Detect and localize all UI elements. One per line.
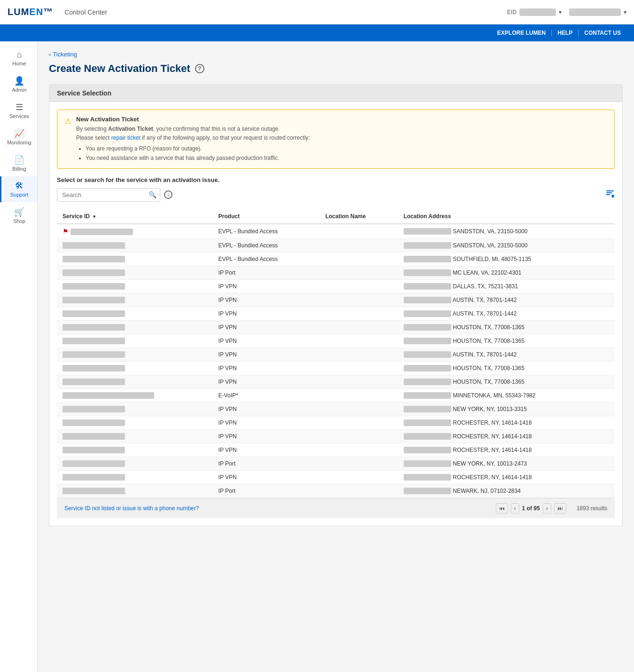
repair-ticket-link[interactable]: repair ticket	[111, 134, 141, 141]
service-id-link[interactable]: ████████████████	[63, 474, 125, 481]
cell-product: EVPL - Bundled Access	[213, 252, 320, 266]
service-id-link[interactable]: ████████████████	[63, 460, 125, 467]
search-button[interactable]: 🔍	[149, 191, 157, 198]
address-blurred: ████████████	[404, 488, 452, 494]
address-blurred: ████████████	[404, 392, 452, 399]
eid-chevron-icon[interactable]: ▾	[559, 9, 562, 16]
filter-columns-icon[interactable]	[605, 189, 615, 201]
first-page-button[interactable]: ⏮	[496, 503, 508, 514]
account-chevron-icon[interactable]: ▾	[624, 9, 626, 16]
logo: LUMEN™	[8, 7, 53, 17]
breadcrumb[interactable]: ‹ Ticketing	[49, 51, 623, 58]
service-id-link[interactable]: ████████████████	[63, 310, 125, 317]
search-info-icon[interactable]: i	[164, 190, 172, 199]
cell-service-id: ████████████████	[57, 279, 213, 293]
cell-location-name	[320, 416, 398, 429]
service-id-value: ████████████████	[63, 460, 125, 467]
service-id-link[interactable]: ████████████████	[70, 229, 133, 235]
sidebar-item-monitoring[interactable]: 📈 Monitoring	[0, 124, 37, 150]
service-selection-card: Service Selection ⚠ New Activation Ticke…	[49, 84, 623, 526]
service-id-link[interactable]: ████████████████	[63, 406, 125, 412]
help-link[interactable]: HELP	[552, 30, 579, 36]
service-id-value: ████████████████	[63, 365, 125, 372]
service-id-link[interactable]: ████████████████	[63, 365, 125, 372]
cell-location-address: ████████████ HOUSTON, TX, 77008-1365	[398, 361, 615, 375]
help-icon[interactable]: ?	[195, 64, 204, 73]
service-id-value: ████████████████	[63, 447, 125, 453]
sidebar: ⌂ Home 👤 Admin ☰ Services 📈 Monitoring 📄…	[0, 41, 38, 672]
service-id-link[interactable]: ████████████████	[63, 256, 125, 262]
search-input[interactable]	[57, 188, 160, 202]
home-icon: ⌂	[17, 50, 22, 60]
cell-product: IP VPN	[213, 429, 320, 443]
alert-title: New Activation Ticket	[76, 116, 310, 123]
service-id-link[interactable]: ████████████████	[63, 242, 125, 249]
sidebar-item-label-shop: Shop	[13, 218, 25, 224]
svg-rect-4	[611, 196, 614, 197]
results-count: 1893 results	[577, 505, 607, 512]
shop-icon: 🛒	[14, 207, 24, 217]
service-id-link[interactable]: ████████████████	[63, 379, 125, 385]
cell-service-id: ████████████████	[57, 443, 213, 457]
service-id-link[interactable]: ████████████████	[63, 324, 125, 331]
service-id-link[interactable]: ████████████████████████	[63, 392, 154, 399]
service-id-link[interactable]: ████████████████	[63, 488, 125, 494]
account-selector[interactable]: ████████████ ▾	[569, 8, 626, 16]
cell-service-id: ████████████████	[57, 320, 213, 334]
service-id-link[interactable]: ████████████████	[63, 419, 125, 426]
cell-product: IP VPN	[213, 375, 320, 388]
service-id-value: ████████████████	[63, 338, 125, 344]
address-blurred: ████████████	[404, 338, 452, 344]
sidebar-item-support[interactable]: 🛠 Support	[0, 176, 37, 202]
service-id-value: ████████████████	[63, 351, 125, 358]
service-id-value: ████████████████	[63, 297, 125, 303]
phone-number-link[interactable]: Service ID not listed or issue is with a…	[64, 505, 199, 512]
sidebar-item-billing[interactable]: 📄 Billing	[0, 150, 37, 176]
address-city-state: AUSTIN, TX, 78701-1442	[451, 351, 517, 358]
cell-location-address: ████████████ AUSTIN, TX, 78701-1442	[398, 307, 615, 320]
search-input-wrap: 🔍	[57, 188, 160, 202]
sidebar-item-home[interactable]: ⌂ Home	[0, 45, 37, 71]
service-id-link[interactable]: ████████████████	[63, 447, 125, 453]
col-service-id[interactable]: Service ID ▾	[57, 209, 213, 224]
address-blurred: ████████████	[404, 269, 452, 276]
table-row: ⚑ ████████████████EVPL - Bundled Access█…	[57, 224, 615, 239]
eid-selector[interactable]: EID ████████ ▾	[507, 8, 562, 16]
explore-lumen-link[interactable]: EXPLORE LUMEN	[492, 30, 552, 36]
cell-service-id: ████████████████	[57, 402, 213, 416]
cell-service-id: ████████████████████████	[57, 388, 213, 402]
prev-page-button[interactable]: ‹	[511, 503, 519, 514]
sort-icon-service-id: ▾	[93, 214, 95, 219]
address-blurred: ████████████	[404, 406, 452, 412]
cell-location-name	[320, 402, 398, 416]
services-table: Service ID ▾ Product Location Name Locat…	[57, 209, 615, 498]
service-id-value: ████████████████	[63, 406, 125, 412]
cell-product: IP Port	[213, 484, 320, 498]
last-page-button[interactable]: ⏭	[554, 503, 566, 514]
sidebar-item-admin[interactable]: 👤 Admin	[0, 71, 37, 97]
service-id-link[interactable]: ████████████████	[63, 433, 125, 440]
service-id-link[interactable]: ████████████████	[63, 338, 125, 344]
utility-bar: EXPLORE LUMEN HELP CONTACT US	[0, 24, 634, 41]
sidebar-item-shop[interactable]: 🛒 Shop	[0, 202, 37, 229]
sidebar-item-services[interactable]: ☰ Services	[0, 97, 37, 124]
address-blurred: ████████████	[404, 283, 452, 290]
admin-icon: 👤	[14, 76, 24, 86]
table-row: ████████████████IP VPN████████████ HOUST…	[57, 361, 615, 375]
contact-us-link[interactable]: CONTACT US	[579, 30, 626, 36]
cell-service-id: ████████████████	[57, 484, 213, 498]
cell-location-address: ████████████ ROCHESTER, NY, 14614-1418	[398, 470, 615, 484]
service-id-link[interactable]: ████████████████	[63, 351, 125, 358]
next-page-button[interactable]: ›	[543, 503, 551, 514]
table-row: ████████████████IP VPN████████████ DALLA…	[57, 279, 615, 293]
service-id-link[interactable]: ████████████████	[63, 283, 125, 290]
svg-rect-0	[606, 190, 614, 191]
flag-icon: ⚑	[63, 228, 70, 235]
cell-product: IP VPN	[213, 320, 320, 334]
service-id-link[interactable]: ████████████████	[63, 269, 125, 276]
address-city-state: HOUSTON, TX, 77008-1365	[451, 324, 524, 331]
cell-service-id: ████████████████	[57, 266, 213, 279]
address-city-state: HOUSTON, TX, 77008-1365	[451, 379, 524, 385]
address-city-state: MC LEAN, VA, 22102-4301	[451, 269, 521, 276]
service-id-link[interactable]: ████████████████	[63, 297, 125, 303]
